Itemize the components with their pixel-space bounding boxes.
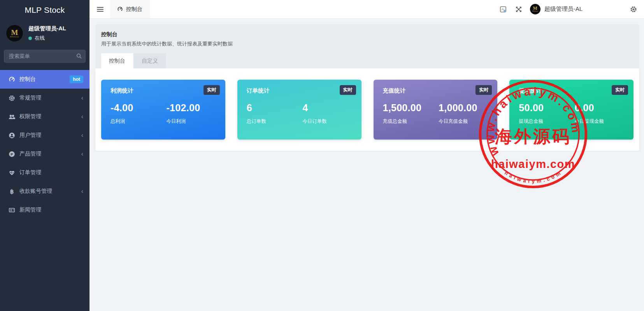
chevron-left-icon: ‹: [81, 114, 83, 120]
stat-value: 0.00: [575, 102, 624, 114]
page-content: 控制台 用于展示当前系统中的统计数据、统计报表及重要实时数据 控制台 自定义 利…: [89, 19, 644, 311]
card-values: 6 总订单数 4 今日订单数: [247, 102, 352, 125]
sidebar: MLP Stock M Millennium 超级管理员-AL 在线: [0, 0, 89, 311]
sidebar-item-label: 用户管理: [19, 132, 41, 139]
svg-text:haiwaiym.com: haiwaiym.com: [504, 169, 563, 184]
app-brand: MLP Stock: [0, 0, 89, 19]
settings-gears-icon[interactable]: [630, 6, 637, 13]
realtime-badge: 实时: [612, 85, 628, 95]
chevron-left-icon: ‹: [81, 132, 83, 138]
stat-label: 总利润: [111, 118, 166, 125]
card-values: 1,500.00 充值总金额 1,000.00 今日充值金额: [383, 102, 488, 125]
stat-label: 充值总金额: [383, 118, 439, 125]
sidebar-item-label: 产品管理: [19, 150, 41, 157]
sidebar-item-label: 权限管理: [19, 113, 41, 120]
sidebar-item-news[interactable]: 新闻管理: [0, 201, 89, 219]
stat-value: -4.00: [111, 102, 166, 114]
withdrawal-stats-card: 提现统计 实时 50.00 提现总金额 0.00 今日提现金额: [509, 80, 633, 140]
navbar-tab-label: 控制台: [126, 6, 142, 13]
stat-value: 50.00: [519, 102, 574, 114]
sidebar-item-users[interactable]: 用户管理 ‹: [0, 126, 89, 145]
heartbeat-icon: [9, 169, 15, 176]
online-status-dot: [28, 37, 32, 40]
sidebar-item-products[interactable]: P 产品管理 ‹: [0, 145, 89, 163]
hot-badge: hot: [70, 75, 83, 83]
search-icon[interactable]: [76, 53, 82, 59]
sidebar-item-label: 新闻管理: [19, 206, 41, 213]
navbar-right: A M Millennium 超级管理员-AL: [491, 0, 644, 18]
avatar-letter: M: [11, 29, 18, 36]
gears-icon: [9, 95, 15, 101]
chevron-left-icon: ‹: [81, 151, 83, 157]
sidebar-item-permissions[interactable]: 权限管理 ‹: [0, 107, 89, 126]
card-values: 50.00 提现总金额 0.00 今日提现金额: [519, 102, 624, 125]
content-tabs: 控制台 自定义: [101, 53, 633, 68]
stat-value: 4: [302, 102, 352, 114]
stat-value: 6: [247, 102, 302, 114]
page-title: 控制台: [101, 31, 633, 38]
page-header: 控制台 用于展示当前系统中的统计数据、统计报表及重要实时数据 控制台 自定义: [95, 24, 639, 68]
sidebar-user-panel: M Millennium 超级管理员-AL 在线: [0, 19, 89, 46]
card-title: 提现统计: [519, 87, 624, 94]
chevron-left-icon: ‹: [81, 188, 83, 194]
sidebar-item-label: 常规管理: [19, 94, 41, 101]
sidebar-item-label: 控制台: [19, 76, 36, 83]
sidebar-user-status: 在线: [28, 35, 66, 42]
language-icon[interactable]: A: [500, 6, 507, 13]
stat-label: 今日订单数: [302, 118, 352, 125]
card-title: 订单统计: [247, 87, 352, 94]
card-title: 利润统计: [111, 87, 216, 94]
recharge-stats-card: 充值统计 实时 1,500.00 充值总金额 1,000.00 今日充值金额: [374, 80, 498, 140]
sidebar-user-name: 超级管理员-AL: [28, 25, 66, 32]
watermark-ring-text-bottom: haiwaiym.com: [504, 169, 563, 184]
users-icon: [9, 114, 15, 120]
stat-value: -102.00: [166, 102, 216, 114]
card-title: 充值统计: [383, 87, 488, 94]
sidebar-item-label: 收款账号管理: [19, 188, 52, 195]
sidebar-item-general[interactable]: 常规管理 ‹: [0, 89, 89, 107]
svg-text:P: P: [11, 152, 13, 156]
gauge-icon: [117, 6, 123, 12]
gauge-icon: [9, 76, 15, 83]
product-icon: P: [9, 151, 15, 157]
stat-label: 总订单数: [247, 118, 302, 125]
navbar-tab-dashboard[interactable]: 控制台: [110, 0, 150, 18]
btc-icon: ฿: [9, 188, 15, 195]
stat-value: 1,000.00: [439, 102, 488, 114]
sidebar-user-info: 超级管理员-AL 在线: [28, 25, 66, 42]
search-input[interactable]: [4, 50, 86, 63]
avatar-caption: Millennium: [10, 36, 19, 38]
stat-value: 1,500.00: [383, 102, 439, 114]
top-navbar: 控制台 A M Millennium 超级管理员-AL: [89, 0, 644, 19]
newspaper-icon: [9, 207, 15, 213]
order-stats-card: 订单统计 实时 6 总订单数 4 今日订单数: [237, 80, 361, 140]
sidebar-menu: 控制台 hot 常规管理 ‹ 权限管理 ‹: [0, 70, 89, 219]
sidebar-item-payment-accounts[interactable]: ฿ 收款账号管理 ‹: [0, 182, 89, 201]
navbar-username[interactable]: 超级管理员-AL: [544, 5, 583, 13]
navbar-avatar[interactable]: M Millennium: [530, 4, 540, 14]
stats-panel: 利润统计 实时 -4.00 总利润 -102.00 今日利润 订单统计 实时: [95, 68, 639, 151]
stat-label: 今日提现金额: [575, 118, 624, 125]
stat-label: 今日充值金额: [439, 118, 488, 125]
sidebar-search: [4, 50, 86, 63]
sidebar-item-dashboard[interactable]: 控制台 hot: [0, 70, 89, 89]
card-values: -4.00 总利润 -102.00 今日利润: [111, 102, 216, 125]
realtime-badge: 实时: [476, 85, 492, 95]
user-circle-icon: [9, 132, 15, 139]
fullscreen-icon[interactable]: [515, 6, 522, 13]
watermark-center-en: haiwaiym.com: [491, 158, 575, 170]
avatar: M Millennium: [6, 24, 23, 42]
stat-label: 提现总金额: [519, 118, 574, 125]
chevron-left-icon: ‹: [81, 95, 83, 101]
page-subtitle: 用于展示当前系统中的统计数据、统计报表及重要实时数据: [101, 40, 633, 47]
main-area: 控制台 A M Millennium 超级管理员-AL: [89, 0, 644, 311]
tab-custom[interactable]: 自定义: [134, 53, 166, 68]
online-status-label: 在线: [35, 35, 45, 42]
sidebar-item-orders[interactable]: 订单管理: [0, 163, 89, 182]
stat-label: 今日利润: [166, 118, 216, 125]
profit-stats-card: 利润统计 实时 -4.00 总利润 -102.00 今日利润: [101, 80, 225, 140]
tab-dashboard[interactable]: 控制台: [101, 53, 133, 68]
realtime-badge: 实时: [340, 85, 356, 95]
sidebar-toggle-button[interactable]: [93, 3, 107, 16]
realtime-badge: 实时: [204, 85, 220, 95]
